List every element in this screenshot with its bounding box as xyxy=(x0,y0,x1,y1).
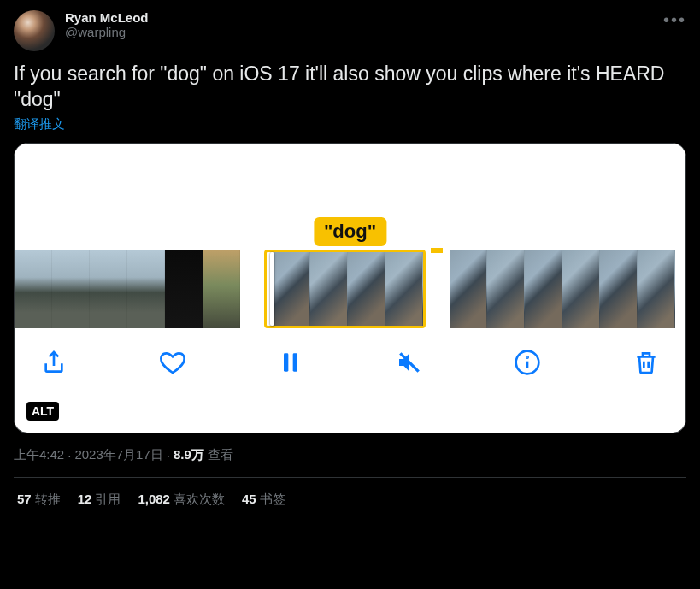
tweet-stats: 57转推 12引用 1,082喜欢次数 45书签 xyxy=(14,478,686,521)
thumb xyxy=(203,250,240,328)
stat-bookmarks[interactable]: 45书签 xyxy=(242,492,285,508)
avatar[interactable] xyxy=(14,10,55,51)
thumb xyxy=(273,252,310,326)
meta-date[interactable]: 2023年7月17日 xyxy=(74,447,162,463)
thumb xyxy=(638,250,675,328)
clip-group[interactable] xyxy=(15,250,240,328)
thumb xyxy=(15,250,52,328)
tweet: Ryan McLeod @warpling ••• If you search … xyxy=(0,0,700,521)
author-names[interactable]: Ryan McLeod @warpling xyxy=(65,10,149,39)
clip-group[interactable] xyxy=(450,250,675,328)
stat-label: 喜欢次数 xyxy=(174,492,225,506)
stat-label: 转推 xyxy=(35,492,61,506)
views-count: 8.9万 xyxy=(174,447,204,463)
clip-group-selected[interactable] xyxy=(264,250,426,328)
trash-icon[interactable] xyxy=(632,349,660,376)
handle: @warpling xyxy=(65,25,149,39)
stat-retweets[interactable]: 57转推 xyxy=(17,492,61,508)
media-top: "dog" xyxy=(15,144,685,250)
search-term-badge: "dog" xyxy=(314,217,386,246)
pause-icon[interactable] xyxy=(277,349,304,376)
stat-label: 引用 xyxy=(95,492,121,506)
filmstrip[interactable] xyxy=(15,250,685,328)
more-icon[interactable]: ••• xyxy=(663,10,686,30)
share-icon[interactable] xyxy=(40,349,68,376)
views-label: 查看 xyxy=(208,447,233,463)
meta-sep: · xyxy=(68,448,71,462)
alt-badge[interactable]: ALT xyxy=(26,402,59,421)
thumb xyxy=(600,250,638,328)
meta-time[interactable]: 上午4:42 xyxy=(14,447,64,463)
svg-rect-1 xyxy=(293,353,297,371)
thumb xyxy=(385,252,423,326)
tweet-header: Ryan McLeod @warpling ••• xyxy=(14,10,686,51)
translate-link[interactable]: 翻译推文 xyxy=(14,116,686,133)
thumb xyxy=(487,250,525,328)
thumb xyxy=(310,252,348,326)
media-card[interactable]: "dog" xyxy=(14,143,686,433)
stat-num: 45 xyxy=(242,492,256,506)
thumb xyxy=(52,250,90,328)
stat-likes[interactable]: 1,082喜欢次数 xyxy=(138,492,225,508)
thumb xyxy=(90,250,127,328)
playhead[interactable] xyxy=(270,252,274,326)
tweet-text: If you search for "dog" on iOS 17 it'll … xyxy=(14,62,686,113)
stat-quotes[interactable]: 12引用 xyxy=(78,492,121,508)
stat-num: 1,082 xyxy=(138,492,170,506)
thumb xyxy=(348,252,385,326)
badge-tick xyxy=(431,248,443,253)
svg-rect-0 xyxy=(284,353,288,371)
thumb xyxy=(450,250,487,328)
stat-label: 书签 xyxy=(260,492,285,506)
heart-icon[interactable] xyxy=(159,349,186,376)
mute-icon[interactable] xyxy=(396,349,423,376)
meta-sep: · xyxy=(167,448,170,462)
thumb xyxy=(165,250,203,328)
thumb xyxy=(525,250,562,328)
svg-point-5 xyxy=(527,356,528,357)
media-toolbar xyxy=(15,328,685,397)
thumb xyxy=(127,250,165,328)
info-icon[interactable] xyxy=(514,349,541,376)
display-name: Ryan McLeod xyxy=(65,10,149,25)
thumb xyxy=(562,250,600,328)
stat-num: 57 xyxy=(17,492,32,506)
stat-num: 12 xyxy=(78,492,92,506)
tweet-meta: 上午4:42 · 2023年7月17日 · 8.9万 查看 xyxy=(14,447,686,478)
